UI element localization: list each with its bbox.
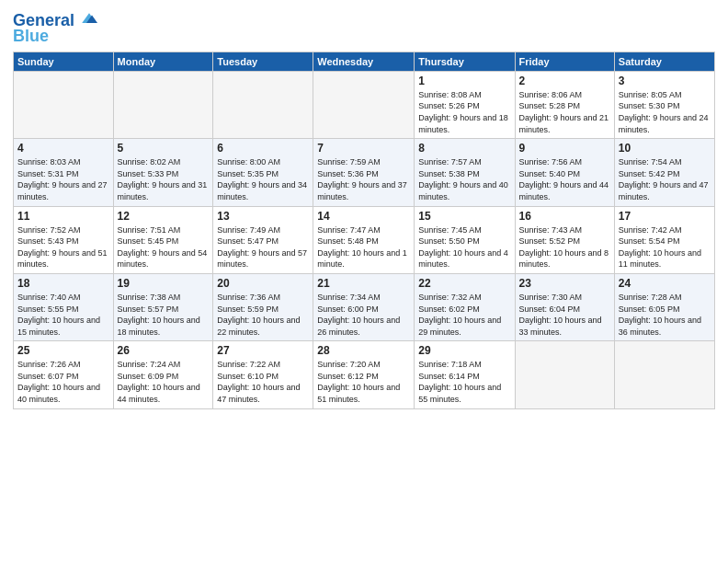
calendar-cell: 24Sunrise: 7:28 AMSunset: 6:05 PMDayligh…	[614, 273, 714, 340]
calendar-cell: 15Sunrise: 7:45 AMSunset: 5:50 PMDayligh…	[415, 206, 515, 273]
day-info: Sunrise: 8:00 AMSunset: 5:35 PMDaylight:…	[217, 156, 309, 202]
calendar-cell	[213, 71, 313, 138]
calendar-cell: 5Sunrise: 8:02 AMSunset: 5:33 PMDaylight…	[113, 139, 213, 206]
day-number: 10	[619, 142, 711, 155]
calendar-cell: 11Sunrise: 7:52 AMSunset: 5:43 PMDayligh…	[14, 206, 114, 273]
day-info: Sunrise: 7:43 AMSunset: 5:52 PMDaylight:…	[519, 224, 610, 270]
calendar-cell: 29Sunrise: 7:18 AMSunset: 6:14 PMDayligh…	[415, 341, 515, 408]
day-number: 27	[217, 344, 309, 357]
week-row-4: 25Sunrise: 7:26 AMSunset: 6:07 PMDayligh…	[14, 341, 715, 408]
day-info: Sunrise: 7:40 AMSunset: 5:55 PMDaylight:…	[17, 292, 109, 338]
calendar-cell: 3Sunrise: 8:05 AMSunset: 5:30 PMDaylight…	[614, 71, 714, 138]
col-header-wednesday: Wednesday	[313, 52, 415, 71]
calendar-cell: 12Sunrise: 7:51 AMSunset: 5:45 PMDayligh…	[113, 206, 213, 273]
day-info: Sunrise: 7:38 AMSunset: 5:57 PMDaylight:…	[118, 292, 210, 338]
day-info: Sunrise: 8:03 AMSunset: 5:31 PMDaylight:…	[17, 156, 109, 202]
day-info: Sunrise: 8:05 AMSunset: 5:30 PMDaylight:…	[619, 89, 711, 135]
calendar-cell: 21Sunrise: 7:34 AMSunset: 6:00 PMDayligh…	[313, 273, 415, 340]
week-row-0: 1Sunrise: 8:08 AMSunset: 5:26 PMDaylight…	[14, 71, 715, 138]
day-number: 23	[519, 277, 610, 290]
day-number: 15	[418, 210, 510, 223]
calendar-cell: 2Sunrise: 8:06 AMSunset: 5:28 PMDaylight…	[515, 71, 614, 138]
calendar-cell: 13Sunrise: 7:49 AMSunset: 5:47 PMDayligh…	[213, 206, 313, 273]
day-info: Sunrise: 7:57 AMSunset: 5:38 PMDaylight:…	[418, 156, 510, 202]
day-info: Sunrise: 7:49 AMSunset: 5:47 PMDaylight:…	[217, 224, 309, 270]
day-number: 2	[519, 75, 610, 87]
day-info: Sunrise: 7:36 AMSunset: 5:59 PMDaylight:…	[217, 292, 309, 338]
day-info: Sunrise: 7:54 AMSunset: 5:42 PMDaylight:…	[619, 156, 711, 202]
calendar-cell: 18Sunrise: 7:40 AMSunset: 5:55 PMDayligh…	[14, 273, 114, 340]
day-number: 17	[619, 210, 711, 223]
calendar: SundayMondayTuesdayWednesdayThursdayFrid…	[13, 52, 715, 409]
day-info: Sunrise: 7:24 AMSunset: 6:09 PMDaylight:…	[118, 359, 210, 405]
day-number: 18	[17, 277, 109, 290]
day-number: 20	[217, 277, 309, 290]
day-info: Sunrise: 8:08 AMSunset: 5:26 PMDaylight:…	[418, 89, 510, 135]
week-row-3: 18Sunrise: 7:40 AMSunset: 5:55 PMDayligh…	[14, 273, 715, 340]
day-number: 7	[317, 142, 410, 155]
calendar-cell: 20Sunrise: 7:36 AMSunset: 5:59 PMDayligh…	[213, 273, 313, 340]
day-info: Sunrise: 7:59 AMSunset: 5:36 PMDaylight:…	[317, 156, 410, 202]
calendar-cell: 16Sunrise: 7:43 AMSunset: 5:52 PMDayligh…	[515, 206, 614, 273]
col-header-friday: Friday	[515, 52, 614, 71]
col-header-thursday: Thursday	[415, 52, 515, 71]
day-number: 28	[317, 344, 410, 357]
calendar-cell: 23Sunrise: 7:30 AMSunset: 6:04 PMDayligh…	[515, 273, 614, 340]
day-info: Sunrise: 7:56 AMSunset: 5:40 PMDaylight:…	[519, 156, 610, 202]
day-number: 29	[418, 344, 510, 357]
calendar-cell: 27Sunrise: 7:22 AMSunset: 6:10 PMDayligh…	[213, 341, 313, 408]
calendar-cell: 17Sunrise: 7:42 AMSunset: 5:54 PMDayligh…	[614, 206, 714, 273]
day-number: 16	[519, 210, 610, 223]
week-row-2: 11Sunrise: 7:52 AMSunset: 5:43 PMDayligh…	[14, 206, 715, 273]
calendar-cell: 9Sunrise: 7:56 AMSunset: 5:40 PMDaylight…	[515, 139, 614, 206]
day-number: 13	[217, 210, 309, 223]
day-info: Sunrise: 7:22 AMSunset: 6:10 PMDaylight:…	[217, 359, 309, 405]
calendar-cell: 6Sunrise: 8:00 AMSunset: 5:35 PMDaylight…	[213, 139, 313, 206]
day-number: 1	[418, 75, 510, 87]
day-info: Sunrise: 7:47 AMSunset: 5:48 PMDaylight:…	[317, 224, 410, 270]
calendar-cell	[113, 71, 213, 138]
day-number: 11	[17, 210, 109, 223]
day-number: 21	[317, 277, 410, 290]
calendar-cell: 26Sunrise: 7:24 AMSunset: 6:09 PMDayligh…	[113, 341, 213, 408]
day-number: 5	[118, 142, 210, 155]
day-number: 22	[418, 277, 510, 290]
day-info: Sunrise: 7:42 AMSunset: 5:54 PMDaylight:…	[619, 224, 711, 270]
logo: General Blue	[13, 9, 97, 46]
day-info: Sunrise: 7:30 AMSunset: 6:04 PMDaylight:…	[519, 292, 610, 338]
day-number: 19	[118, 277, 210, 290]
col-header-monday: Monday	[113, 52, 213, 71]
page: General Blue SundayMondayTuesdayWednesda…	[0, 0, 728, 563]
day-number: 12	[118, 210, 210, 223]
calendar-cell: 22Sunrise: 7:32 AMSunset: 6:02 PMDayligh…	[415, 273, 515, 340]
calendar-header-row: SundayMondayTuesdayWednesdayThursdayFrid…	[14, 52, 715, 71]
day-info: Sunrise: 7:32 AMSunset: 6:02 PMDaylight:…	[418, 292, 510, 338]
day-info: Sunrise: 7:52 AMSunset: 5:43 PMDaylight:…	[17, 224, 109, 270]
day-info: Sunrise: 7:45 AMSunset: 5:50 PMDaylight:…	[418, 224, 510, 270]
calendar-cell: 7Sunrise: 7:59 AMSunset: 5:36 PMDaylight…	[313, 139, 415, 206]
day-info: Sunrise: 7:51 AMSunset: 5:45 PMDaylight:…	[118, 224, 210, 270]
day-number: 24	[619, 277, 711, 290]
day-number: 26	[118, 344, 210, 357]
day-number: 25	[17, 344, 109, 357]
day-info: Sunrise: 7:26 AMSunset: 6:07 PMDaylight:…	[17, 359, 109, 405]
day-info: Sunrise: 7:18 AMSunset: 6:14 PMDaylight:…	[418, 359, 510, 405]
day-number: 4	[17, 142, 109, 155]
day-number: 9	[519, 142, 610, 155]
day-info: Sunrise: 7:28 AMSunset: 6:05 PMDaylight:…	[619, 292, 711, 338]
calendar-cell: 4Sunrise: 8:03 AMSunset: 5:31 PMDaylight…	[14, 139, 114, 206]
calendar-cell: 14Sunrise: 7:47 AMSunset: 5:48 PMDayligh…	[313, 206, 415, 273]
calendar-cell: 19Sunrise: 7:38 AMSunset: 5:57 PMDayligh…	[113, 273, 213, 340]
col-header-tuesday: Tuesday	[213, 52, 313, 71]
day-info: Sunrise: 8:06 AMSunset: 5:28 PMDaylight:…	[519, 89, 610, 135]
calendar-cell	[313, 71, 415, 138]
day-info: Sunrise: 8:02 AMSunset: 5:33 PMDaylight:…	[118, 156, 210, 202]
day-number: 3	[619, 75, 711, 87]
calendar-cell	[14, 71, 114, 138]
logo-icon	[81, 9, 97, 26]
day-info: Sunrise: 7:34 AMSunset: 6:00 PMDaylight:…	[317, 292, 410, 338]
calendar-cell: 10Sunrise: 7:54 AMSunset: 5:42 PMDayligh…	[614, 139, 714, 206]
calendar-cell	[515, 341, 614, 408]
calendar-cell: 25Sunrise: 7:26 AMSunset: 6:07 PMDayligh…	[14, 341, 114, 408]
day-number: 6	[217, 142, 309, 155]
